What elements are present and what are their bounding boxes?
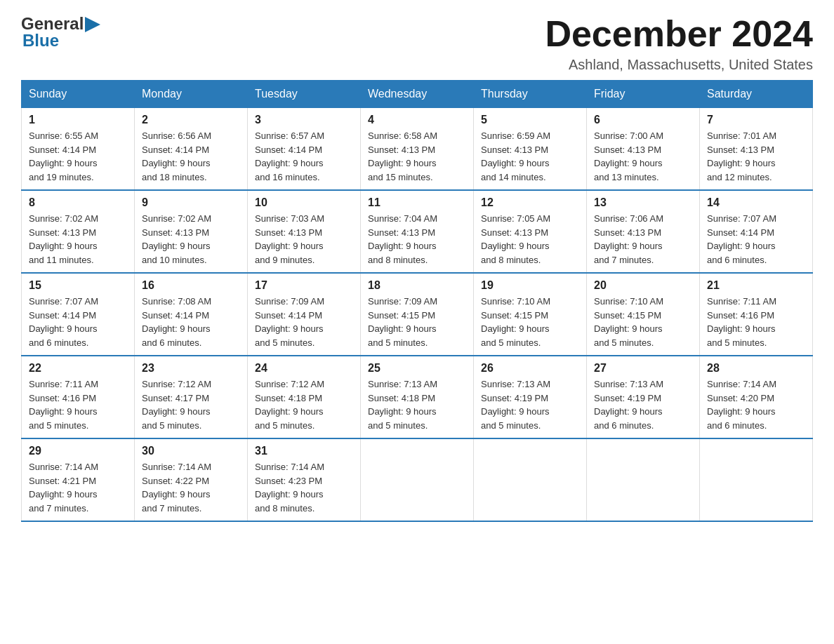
day-number: 2 <box>142 114 240 126</box>
day-number: 16 <box>142 279 240 292</box>
day-number: 29 <box>29 445 127 457</box>
svg-marker-0 <box>85 17 100 32</box>
calendar-day-cell: 1Sunrise: 6:55 AMSunset: 4:14 PMDaylight… <box>22 108 135 191</box>
day-number: 22 <box>29 362 127 375</box>
day-number: 15 <box>29 279 127 292</box>
day-info: Sunrise: 7:05 AMSunset: 4:13 PMDaylight:… <box>481 212 579 267</box>
calendar-day-cell <box>361 438 474 521</box>
calendar-day-cell <box>700 438 813 521</box>
calendar-day-cell: 4Sunrise: 6:58 AMSunset: 4:13 PMDaylight… <box>361 108 474 191</box>
day-info: Sunrise: 7:13 AMSunset: 4:19 PMDaylight:… <box>594 377 692 432</box>
day-info: Sunrise: 6:55 AMSunset: 4:14 PMDaylight:… <box>29 129 127 184</box>
day-number: 17 <box>255 279 353 292</box>
day-info: Sunrise: 7:09 AMSunset: 4:14 PMDaylight:… <box>255 295 353 349</box>
day-info: Sunrise: 7:04 AMSunset: 4:13 PMDaylight:… <box>368 212 466 267</box>
day-number: 19 <box>481 279 579 292</box>
calendar-day-cell: 14Sunrise: 7:07 AMSunset: 4:14 PMDayligh… <box>700 190 813 273</box>
calendar-day-cell: 19Sunrise: 7:10 AMSunset: 4:15 PMDayligh… <box>474 273 587 356</box>
logo: General Blue <box>21 14 100 51</box>
calendar-day-cell: 6Sunrise: 7:00 AMSunset: 4:13 PMDaylight… <box>587 108 700 191</box>
calendar-day-cell: 21Sunrise: 7:11 AMSunset: 4:16 PMDayligh… <box>700 273 813 356</box>
day-number: 11 <box>368 196 466 209</box>
day-info: Sunrise: 6:59 AMSunset: 4:13 PMDaylight:… <box>481 129 579 184</box>
location-subtitle: Ashland, Massachusetts, United States <box>545 57 813 73</box>
day-info: Sunrise: 7:12 AMSunset: 4:17 PMDaylight:… <box>142 377 240 432</box>
calendar-day-cell: 16Sunrise: 7:08 AMSunset: 4:14 PMDayligh… <box>135 273 248 356</box>
day-number: 28 <box>707 362 805 375</box>
calendar-day-cell: 13Sunrise: 7:06 AMSunset: 4:13 PMDayligh… <box>587 190 700 273</box>
calendar-week-row: 29Sunrise: 7:14 AMSunset: 4:21 PMDayligh… <box>22 438 813 521</box>
calendar-day-cell: 2Sunrise: 6:56 AMSunset: 4:14 PMDaylight… <box>135 108 248 191</box>
calendar-day-cell: 29Sunrise: 7:14 AMSunset: 4:21 PMDayligh… <box>22 438 135 521</box>
day-number: 3 <box>255 114 353 126</box>
calendar-day-cell: 30Sunrise: 7:14 AMSunset: 4:22 PMDayligh… <box>135 438 248 521</box>
day-number: 1 <box>29 114 127 126</box>
title-section: December 2024 Ashland, Massachusetts, Un… <box>545 14 813 73</box>
day-info: Sunrise: 7:02 AMSunset: 4:13 PMDaylight:… <box>142 212 240 267</box>
day-info: Sunrise: 7:07 AMSunset: 4:14 PMDaylight:… <box>707 212 805 267</box>
calendar-day-cell: 22Sunrise: 7:11 AMSunset: 4:16 PMDayligh… <box>22 356 135 438</box>
calendar-table: SundayMondayTuesdayWednesdayThursdayFrid… <box>21 80 813 522</box>
day-info: Sunrise: 7:12 AMSunset: 4:18 PMDaylight:… <box>255 377 353 432</box>
calendar-header-row: SundayMondayTuesdayWednesdayThursdayFrid… <box>22 81 813 108</box>
day-info: Sunrise: 7:08 AMSunset: 4:14 PMDaylight:… <box>142 295 240 349</box>
calendar-day-cell: 5Sunrise: 6:59 AMSunset: 4:13 PMDaylight… <box>474 108 587 191</box>
day-of-week-header: Tuesday <box>248 81 361 108</box>
calendar-day-cell: 8Sunrise: 7:02 AMSunset: 4:13 PMDaylight… <box>22 190 135 273</box>
day-info: Sunrise: 7:00 AMSunset: 4:13 PMDaylight:… <box>594 129 692 184</box>
day-info: Sunrise: 6:58 AMSunset: 4:13 PMDaylight:… <box>368 129 466 184</box>
calendar-day-cell: 24Sunrise: 7:12 AMSunset: 4:18 PMDayligh… <box>248 356 361 438</box>
day-info: Sunrise: 7:13 AMSunset: 4:18 PMDaylight:… <box>368 377 466 432</box>
day-info: Sunrise: 7:14 AMSunset: 4:23 PMDaylight:… <box>255 460 353 515</box>
calendar-day-cell: 20Sunrise: 7:10 AMSunset: 4:15 PMDayligh… <box>587 273 700 356</box>
day-of-week-header: Friday <box>587 81 700 108</box>
day-number: 24 <box>255 362 353 375</box>
calendar-day-cell: 7Sunrise: 7:01 AMSunset: 4:13 PMDaylight… <box>700 108 813 191</box>
day-info: Sunrise: 7:02 AMSunset: 4:13 PMDaylight:… <box>29 212 127 267</box>
calendar-day-cell: 15Sunrise: 7:07 AMSunset: 4:14 PMDayligh… <box>22 273 135 356</box>
day-number: 8 <box>29 196 127 209</box>
day-info: Sunrise: 7:10 AMSunset: 4:15 PMDaylight:… <box>481 295 579 349</box>
calendar-day-cell: 12Sunrise: 7:05 AMSunset: 4:13 PMDayligh… <box>474 190 587 273</box>
month-title: December 2024 <box>545 14 813 54</box>
day-number: 18 <box>368 279 466 292</box>
day-number: 6 <box>594 114 692 126</box>
logo-arrow-icon <box>85 17 100 32</box>
logo-blue-text: Blue <box>22 31 100 51</box>
day-number: 27 <box>594 362 692 375</box>
day-info: Sunrise: 7:07 AMSunset: 4:14 PMDaylight:… <box>29 295 127 349</box>
day-of-week-header: Saturday <box>700 81 813 108</box>
day-info: Sunrise: 7:14 AMSunset: 4:21 PMDaylight:… <box>29 460 127 515</box>
day-info: Sunrise: 6:57 AMSunset: 4:14 PMDaylight:… <box>255 129 353 184</box>
day-number: 31 <box>255 445 353 457</box>
day-info: Sunrise: 7:09 AMSunset: 4:15 PMDaylight:… <box>368 295 466 349</box>
calendar-week-row: 8Sunrise: 7:02 AMSunset: 4:13 PMDaylight… <box>22 190 813 273</box>
day-info: Sunrise: 7:10 AMSunset: 4:15 PMDaylight:… <box>594 295 692 349</box>
day-info: Sunrise: 7:03 AMSunset: 4:13 PMDaylight:… <box>255 212 353 267</box>
calendar-day-cell <box>474 438 587 521</box>
day-info: Sunrise: 7:13 AMSunset: 4:19 PMDaylight:… <box>481 377 579 432</box>
day-of-week-header: Thursday <box>474 81 587 108</box>
day-number: 30 <box>142 445 240 457</box>
day-number: 21 <box>707 279 805 292</box>
calendar-day-cell: 26Sunrise: 7:13 AMSunset: 4:19 PMDayligh… <box>474 356 587 438</box>
day-number: 10 <box>255 196 353 209</box>
day-number: 26 <box>481 362 579 375</box>
day-number: 12 <box>481 196 579 209</box>
page-header: General Blue December 2024 Ashland, Mass… <box>21 14 813 73</box>
day-number: 9 <box>142 196 240 209</box>
day-info: Sunrise: 7:06 AMSunset: 4:13 PMDaylight:… <box>594 212 692 267</box>
day-info: Sunrise: 7:14 AMSunset: 4:20 PMDaylight:… <box>707 377 805 432</box>
calendar-day-cell: 3Sunrise: 6:57 AMSunset: 4:14 PMDaylight… <box>248 108 361 191</box>
calendar-day-cell: 23Sunrise: 7:12 AMSunset: 4:17 PMDayligh… <box>135 356 248 438</box>
day-number: 25 <box>368 362 466 375</box>
calendar-week-row: 22Sunrise: 7:11 AMSunset: 4:16 PMDayligh… <box>22 356 813 438</box>
calendar-day-cell: 17Sunrise: 7:09 AMSunset: 4:14 PMDayligh… <box>248 273 361 356</box>
calendar-day-cell: 28Sunrise: 7:14 AMSunset: 4:20 PMDayligh… <box>700 356 813 438</box>
day-info: Sunrise: 7:11 AMSunset: 4:16 PMDaylight:… <box>707 295 805 349</box>
calendar-day-cell: 10Sunrise: 7:03 AMSunset: 4:13 PMDayligh… <box>248 190 361 273</box>
day-number: 5 <box>481 114 579 126</box>
day-of-week-header: Monday <box>135 81 248 108</box>
calendar-day-cell: 27Sunrise: 7:13 AMSunset: 4:19 PMDayligh… <box>587 356 700 438</box>
day-of-week-header: Wednesday <box>361 81 474 108</box>
